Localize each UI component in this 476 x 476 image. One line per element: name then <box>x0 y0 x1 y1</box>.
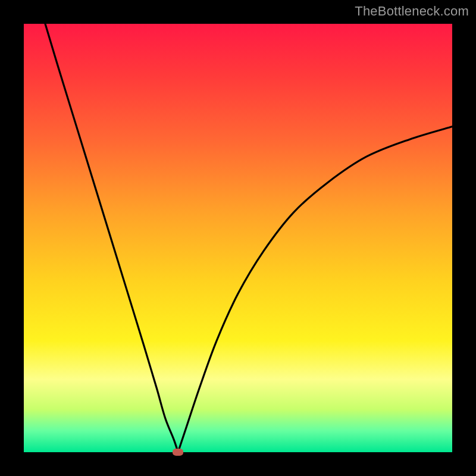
plot-area <box>24 24 452 452</box>
bottleneck-curve <box>24 24 452 452</box>
watermark-text: TheBottleneck.com <box>355 4 469 19</box>
curve-left-branch <box>45 24 178 452</box>
optimal-point-marker <box>173 449 183 456</box>
curve-right-branch <box>178 127 452 452</box>
chart-frame: TheBottleneck.com <box>0 0 476 476</box>
